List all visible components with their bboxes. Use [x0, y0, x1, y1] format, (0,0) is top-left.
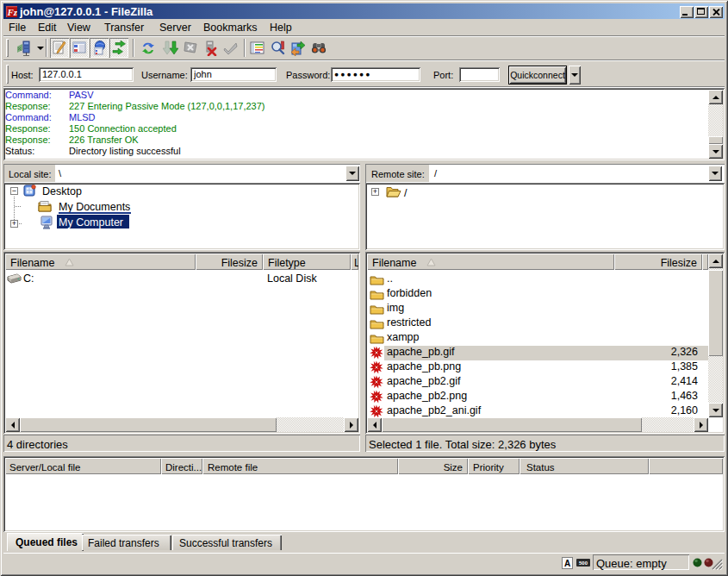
svg-text:Fz: Fz	[7, 7, 18, 17]
